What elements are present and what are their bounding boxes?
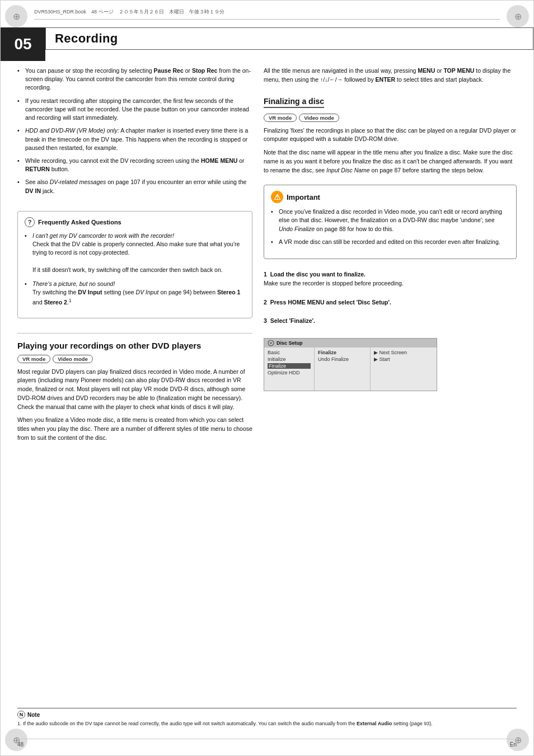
bullet-item-1: You can pause or stop the recording by s…: [17, 67, 252, 92]
playing-section-title: Playing your recordings on other DVD pla…: [17, 340, 252, 351]
bullet-item-3: HDD and DVD-RW (VR Mode) only: A chapter…: [17, 126, 252, 152]
right-column: All the title menus are navigated in the…: [264, 67, 517, 722]
svg-point-1: [270, 342, 272, 344]
important-item-2: A VR mode disc can still be recorded and…: [271, 238, 509, 246]
chapter-number: 05: [14, 35, 31, 53]
important-box: ⚠ Important Once you've finalized a disc…: [264, 185, 517, 259]
faq-item-1: I can't get my DV camcorder to work with…: [25, 232, 245, 274]
disc-left-basic: Basic: [268, 350, 311, 355]
main-content: You can pause or stop the recording by s…: [1, 61, 533, 727]
page: ⊕ ⊕ ⊕ ⊕ DVR530HS_RDR.book 48 ページ ２０５年５月２…: [0, 0, 534, 756]
chapter-number-box: 05: [1, 27, 45, 61]
disc-setup-middle-col: Finalize Undo Finalize: [315, 348, 371, 391]
bullet-item-5: See also DV-related messages on page 107…: [17, 178, 252, 195]
disc-left-blank2: [268, 383, 311, 389]
important-list: Once you've finalized a disc recorded in…: [271, 208, 509, 246]
step-2: 2 Press HOME MENU and select 'Disc Setup…: [264, 298, 517, 307]
left-column: You can pause or stop the recording by s…: [17, 67, 252, 722]
playing-section: Playing your recordings on other DVD pla…: [17, 340, 252, 447]
disc-left-initialize: Initialize: [268, 356, 311, 362]
finalizing-badges: VR mode Video mode: [264, 114, 517, 122]
note-section: N Note 1. If the audio subcode on the DV…: [17, 708, 517, 727]
chapter-title: Recording: [55, 31, 118, 46]
disc-right-start: ▶ Start: [374, 356, 433, 362]
badge-vr-mode: VR mode: [17, 355, 50, 363]
disc-middle-undo-finalize: Undo Finalize: [318, 356, 367, 362]
disc-setup-screenshot: Disc Setup Basic Initialize Finalize Opt…: [264, 338, 437, 391]
playing-para-2: When you finalize a Video mode disc, a t…: [17, 416, 252, 442]
faq-question-2: There's a picture, but no sound!: [32, 280, 115, 287]
chapter-heading-bar: Recording: [45, 27, 533, 50]
step-1: 1 Load the disc you want to finalize. Ma…: [264, 270, 517, 288]
disc-setup-header: Disc Setup: [264, 339, 437, 348]
bullet-list: You can pause or stop the recording by s…: [17, 67, 252, 200]
faq-box: ? Frequently Asked Questions I can't get…: [17, 211, 252, 318]
finalizing-section: Finalizing a disc VR mode Video mode Fin…: [264, 95, 517, 180]
note-label: Note: [27, 712, 40, 718]
corner-tl: ⊕: [5, 5, 27, 27]
disc-left-blank1: [268, 377, 311, 382]
faq-answer-2: Try switching the DV Input setting (see …: [32, 289, 240, 306]
note-icon: N: [17, 711, 25, 719]
step-3: 3 Select 'Finalize'.: [264, 317, 517, 326]
faq-item-2: There's a picture, but no sound! Try swi…: [25, 280, 245, 307]
finalizing-title: Finalizing a disc: [264, 97, 324, 108]
section-divider: [17, 333, 252, 334]
finalizing-note: Note that the disc name will appear in t…: [264, 148, 517, 175]
disc-setup-right-col: ▶ Next Screen ▶ Start: [371, 348, 437, 391]
faq-answer-1b: If it still doesn't work, try switching …: [32, 266, 223, 273]
bullet-item-2: If you restart recording after stopping …: [17, 97, 252, 123]
disc-setup-body: Basic Initialize Finalize Optimize HDD F…: [264, 348, 437, 391]
page-number: 48: [17, 741, 24, 748]
faq-title: ? Frequently Asked Questions: [25, 217, 245, 227]
playing-para-1: Most regular DVD players can play finali…: [17, 368, 252, 412]
bullet-item-4: While recording, you cannot exit the DV …: [17, 157, 252, 173]
disc-setup-header-label: Disc Setup: [277, 340, 303, 346]
disc-setup-left-col: Basic Initialize Finalize Optimize HDD: [264, 348, 315, 391]
finalizing-badge-video: Video mode: [299, 114, 339, 122]
disc-left-blank3: [268, 390, 311, 391]
faq-icon: ?: [25, 217, 35, 227]
important-title: ⚠ Important: [271, 191, 509, 203]
file-info-text: DVR530HS_RDR.book 48 ページ ２０５年５月２６日 木曜日 午…: [34, 8, 224, 16]
faq-list: I can't get my DV camcorder to work with…: [25, 232, 245, 307]
faq-answer-1a: Check that the DV cable is properly conn…: [32, 241, 240, 256]
disc-right-next-screen: ▶ Next Screen: [374, 350, 433, 355]
playing-badges: VR mode Video mode: [17, 355, 252, 363]
page-locale: En: [510, 741, 517, 748]
badge-video-mode: Video mode: [53, 355, 93, 363]
note-text: 1. If the audio subcode on the DV tape c…: [17, 720, 517, 727]
right-intro-text: All the title menus are navigated in the…: [264, 67, 517, 84]
faq-heading: Frequently Asked Questions: [38, 219, 121, 226]
file-info-bar: DVR530HS_RDR.book 48 ページ ２０５年５月２６日 木曜日 午…: [34, 7, 500, 20]
disc-middle-finalize: Finalize: [318, 350, 367, 355]
important-item-1: Once you've finalized a disc recorded in…: [271, 208, 509, 233]
disc-left-optimize: Optimize HDD: [268, 370, 311, 375]
important-icon: ⚠: [271, 191, 283, 203]
note-title: N Note: [17, 711, 517, 719]
corner-tr: ⊕: [507, 5, 529, 27]
finalizing-intro: Finalizing 'fixes' the recordings in pla…: [264, 126, 517, 144]
important-label: Important: [287, 193, 320, 201]
finalizing-badge-vr: VR mode: [264, 114, 297, 122]
faq-question-1: I can't get my DV camcorder to work with…: [32, 232, 174, 239]
disc-icon: [268, 340, 274, 346]
disc-left-finalize: Finalize: [268, 363, 311, 369]
footer: 48 En: [17, 739, 517, 748]
